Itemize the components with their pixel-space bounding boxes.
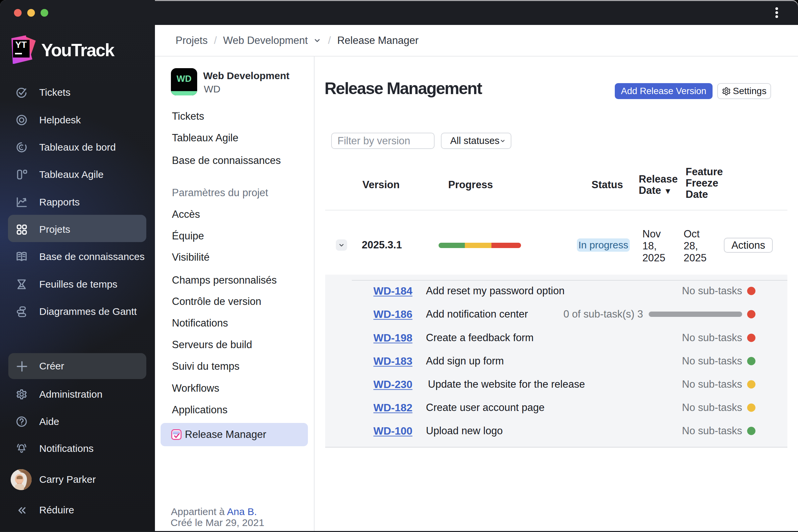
svg-text:YT: YT (15, 40, 27, 50)
